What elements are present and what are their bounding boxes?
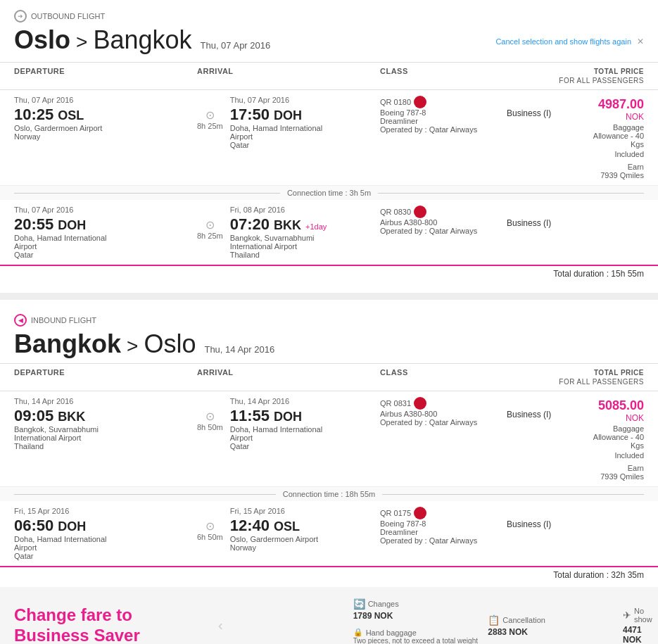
inbound-from: Bangkok xyxy=(14,329,121,359)
outbound-total-duration: Total duration : 15h 55m xyxy=(0,266,658,286)
outbound-leg1-class: Business (I) xyxy=(507,96,572,179)
inbound-leg2-arrival: Fri, 15 Apr 2016 12:40 OSL Oslo, Garderm… xyxy=(230,507,318,552)
outbound-connection-bar: Connection time : 3h 5m xyxy=(0,186,658,200)
inbound-col-class: CLASS xyxy=(380,368,507,386)
inbound-to: Oslo xyxy=(144,329,196,359)
inbound-leg2-departure: Fri, 15 Apr 2016 06:50 DOH Doha, Hamad I… xyxy=(14,507,197,560)
outbound-col-departure: DEPARTURE xyxy=(14,67,197,85)
outbound-leg1-duration: ⊙ 8h 25m xyxy=(197,96,223,130)
inbound-leg1-arrival: Thu, 14 Apr 2016 11:55 DOH Doha, Hamad I… xyxy=(230,397,322,450)
inbound-col-arrival: ARRIVAL xyxy=(197,368,380,386)
clock-icon-3: ⊙ xyxy=(205,410,215,423)
inbound-leg1-departure: Thu, 14 Apr 2016 09:05 BKK Bangkok, Suva… xyxy=(14,397,197,450)
inbound-label: INBOUND FLIGHT xyxy=(31,316,96,324)
fare-cancellation-block: 📋 Cancellation 2883 NOK xyxy=(488,614,616,637)
outbound-date: Thu, 07 Apr 2016 xyxy=(200,40,270,51)
outbound-icon: ➜ xyxy=(14,10,27,23)
outbound-leg2-departure: Thu, 07 Apr 2016 20:55 DOH Doha, Hamad I… xyxy=(14,206,197,259)
fare-noshow-block: ✈ No show 4471 NOK xyxy=(623,607,644,645)
outbound-leg1-flight-info: QR 0180 Boeing 787-8 Dreamliner Operated… xyxy=(380,96,507,134)
outbound-col-class: CLASS xyxy=(380,67,507,85)
outbound-to: Bangkok xyxy=(93,25,191,55)
qatar-airways-icon-2 xyxy=(414,206,426,218)
outbound-leg2-class: Business (I) xyxy=(507,206,572,228)
outbound-label: OUTBOUND FLIGHT xyxy=(31,12,105,20)
outbound-from: Oslo xyxy=(14,25,70,55)
inbound-leg1-row: Thu, 14 Apr 2016 09:05 BKK Bangkok, Suva… xyxy=(0,391,658,487)
inbound-leg1-duration: ⊙ 8h 50m xyxy=(197,397,223,431)
baggage-icon: 🔒 xyxy=(353,628,363,637)
outbound-col-total: TOTAL PRICE for all passengers xyxy=(507,67,644,85)
fare-changes-block: 🔄 Changes 1789 NOK 🔒 Hand baggage Two pi… xyxy=(353,598,481,644)
inbound-leg1-price: 5085.00 NOK Baggage Allowance - 40 Kgs I… xyxy=(579,397,645,481)
qatar-airways-icon-3 xyxy=(414,397,426,410)
qatar-airways-icon-4 xyxy=(414,507,426,519)
qatar-airways-icon xyxy=(414,96,426,108)
cancel-selection-link[interactable]: Cancel selection and show flights again xyxy=(495,37,631,46)
fare-baggage-block: 🔒 Hand baggage Two pieces, not to exceed… xyxy=(353,628,481,644)
inbound-col-departure: DEPARTURE xyxy=(14,368,197,386)
inbound-icon: ◀ xyxy=(14,314,27,327)
fare-nav-left: ‹ xyxy=(218,617,346,633)
clock-icon-4: ⊙ xyxy=(205,519,215,533)
inbound-leg1-class: Business (I) xyxy=(507,397,572,481)
fare-change-section: Change fare to Business Saver ‹ 🔄 Change… xyxy=(0,587,658,644)
outbound-col-arrival: ARRIVAL xyxy=(197,67,380,85)
inbound-leg2-class: Business (I) xyxy=(507,507,572,529)
inbound-leg2-row: Fri, 15 Apr 2016 06:50 DOH Doha, Hamad I… xyxy=(0,501,658,567)
outbound-leg2-arrival-block: ⊙ 8h 25m Fri, 08 Apr 2016 07:20 BKK +1da… xyxy=(197,206,380,259)
outbound-arrow: > xyxy=(76,31,87,53)
outbound-leg1-row: Thu, 07 Apr 2016 10:25 OSL Oslo, Garderm… xyxy=(0,90,658,186)
outbound-leg1-departure: Thu, 07 Apr 2016 10:25 OSL Oslo, Garderm… xyxy=(14,96,197,141)
cancellation-icon: 📋 xyxy=(488,614,500,626)
noshow-icon: ✈ xyxy=(623,610,631,621)
inbound-leg2-flight-info: QR 0175 Boeing 787-8 Dreamliner Operated… xyxy=(380,507,507,545)
inbound-leg1-arrival-block: ⊙ 8h 50m Thu, 14 Apr 2016 11:55 DOH Doha… xyxy=(197,397,380,450)
inbound-leg2-arrival-block: ⊙ 6h 50m Fri, 15 Apr 2016 12:40 OSL Oslo… xyxy=(197,507,380,552)
inbound-total-duration: Total duration : 32h 35m xyxy=(0,567,658,587)
outbound-leg1-arrival-block: ⊙ 8h 25m Thu, 07 Apr 2016 17:50 DOH Doha… xyxy=(197,96,380,149)
outbound-leg1-price: 4987.00 NOK Baggage Allowance - 40 Kgs I… xyxy=(579,96,645,179)
outbound-leg2-duration: ⊙ 8h 25m xyxy=(197,206,223,240)
clock-icon: ⊙ xyxy=(205,108,215,122)
outbound-leg1-arrival: Thu, 07 Apr 2016 17:50 DOH Doha, Hamad I… xyxy=(230,96,322,149)
changes-icon: 🔄 xyxy=(353,598,365,610)
inbound-col-total: TOTAL PRICE for all passengers xyxy=(507,368,644,386)
inbound-arrow: > xyxy=(127,335,138,358)
outbound-leg2-flight-info: QR 0830 Airbus A380-800 Operated by : Qa… xyxy=(380,206,507,235)
inbound-leg1-flight-info: QR 0831 Airbus A380-800 Operated by : Qa… xyxy=(380,397,507,427)
clock-icon-2: ⊙ xyxy=(205,218,215,232)
close-icon[interactable]: ✕ xyxy=(637,37,644,46)
outbound-leg2-arrival: Fri, 08 Apr 2016 07:20 BKK +1day Bangkok… xyxy=(230,206,327,259)
inbound-date: Thu, 14 Apr 2016 xyxy=(204,344,274,355)
inbound-connection-bar: Connection time : 18h 55m xyxy=(0,487,658,501)
outbound-leg2-row: Thu, 07 Apr 2016 20:55 DOH Doha, Hamad I… xyxy=(0,200,658,266)
section-divider xyxy=(0,293,658,300)
inbound-leg2-duration: ⊙ 6h 50m xyxy=(197,507,223,541)
fare-title: Change fare to Business Saver xyxy=(14,605,211,644)
prev-arrow[interactable]: ‹ xyxy=(218,617,223,633)
